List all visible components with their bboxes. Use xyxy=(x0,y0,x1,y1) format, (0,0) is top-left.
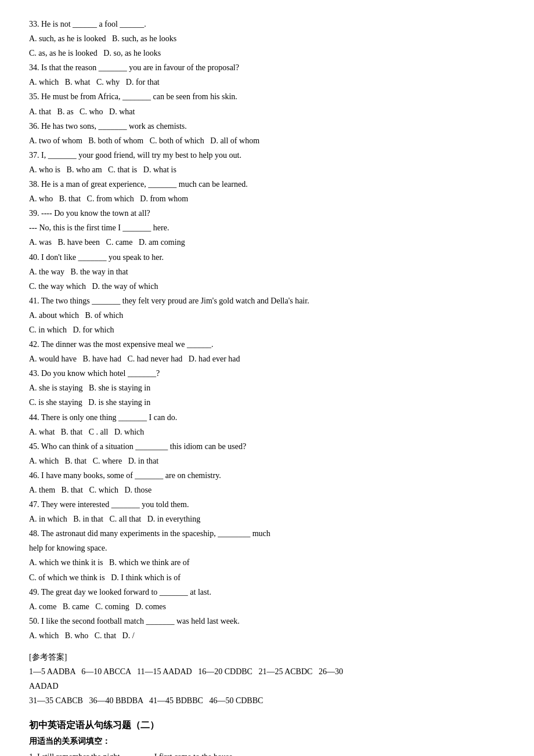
q36-options: A. two of whom B. both of whom C. both o… xyxy=(29,134,505,147)
question-34: 34. Is that the reason _______ you are i… xyxy=(29,61,505,74)
question-47: 47. They were interested _______ you tol… xyxy=(29,498,505,511)
q48-options-cd: C. of which we think is D. I think which… xyxy=(29,571,505,584)
section2-title-wrapper: 初中英语定语从句练习题（二） 用适当的关系词填空： xyxy=(29,718,505,748)
question-50: 50. I like the second football match ___… xyxy=(29,614,505,628)
q43-options-cd: C. is she staying D. is she staying in xyxy=(29,396,505,409)
answer-line-1: 1—5 AADBA 6—10 ABCCA 11—15 AADAD 16—20 C… xyxy=(29,665,505,678)
q47-options: A. in which B. in that C. all that D. in… xyxy=(29,512,505,526)
question-44: 44. There is only one thing _______ I ca… xyxy=(29,411,505,424)
q44-options: A. what B. that C . all D. which xyxy=(29,425,505,439)
question-43: 43. Do you know which hotel _______? xyxy=(29,367,505,380)
question-46: 46. I have many books, some of _______ a… xyxy=(29,469,505,482)
question-41: 41. The two things _______ they felt ver… xyxy=(29,294,505,308)
section2-subtitle: 用适当的关系词填空： xyxy=(29,735,505,748)
question-48-cont: help for knowing space. xyxy=(29,541,505,555)
q46-options: A. them B. that C. which D. those xyxy=(29,483,505,497)
question-48: 48. The astronaut did many experiments i… xyxy=(29,527,505,540)
question-37: 37. I, _______ your good friend, will tr… xyxy=(29,149,505,162)
q37-options: A. who is B. who am C. that is D. what i… xyxy=(29,163,505,176)
question-42: 42. The dinner was the most expensive me… xyxy=(29,338,505,351)
q49-options: A. come B. came C. coming D. comes xyxy=(29,600,505,613)
q40-options-ab: A. the way B. the way in that xyxy=(29,265,505,278)
q45-options: A. which B. that C. where D. in that xyxy=(29,454,505,468)
fill-q1: 1. I still remember the night ________I … xyxy=(29,750,505,756)
q41-options-ab: A. about which B. of which xyxy=(29,309,505,322)
question-35: 35. He must be from Africa, _______ can … xyxy=(29,90,505,103)
question-40: 40. I don't like _______ you speak to he… xyxy=(29,251,505,264)
q35-options: A. that B. as C. who D. what xyxy=(29,105,505,118)
question-49: 49. The great day we looked forward to _… xyxy=(29,585,505,599)
q33-options-ab: A. such, as he is looked B. such, as he … xyxy=(29,32,505,45)
q38-options: A. who B. that C. from which D. from who… xyxy=(29,192,505,205)
q34-options: A. which B. what C. why D. for that xyxy=(29,75,505,89)
answer-line-1-cont: AADAD xyxy=(29,679,505,693)
question-33: 33. He is not ______ a fool ______. xyxy=(29,17,505,31)
q39-options: A. was B. have been C. came D. am coming xyxy=(29,236,505,249)
question-39-stem: 39. ---- Do you know the town at all? xyxy=(29,207,505,220)
answer-line-2: 31—35 CABCB 36—40 BBDBA 41—45 BDBBC 46—5… xyxy=(29,694,505,707)
q48-options-ab: A. which we think it is B. which we thin… xyxy=(29,556,505,569)
section2-title: 初中英语定语从句练习题（二） xyxy=(29,718,505,733)
q41-options-cd: C. in which D. for which xyxy=(29,323,505,337)
question-36: 36. He has two sons, _______ work as che… xyxy=(29,120,505,133)
q33-options-cd: C. as, as he is looked D. so, as he look… xyxy=(29,46,505,60)
q42-options: A. would have B. have had C. had never h… xyxy=(29,352,505,366)
q43-options-ab: A. she is staying B. she is staying in xyxy=(29,381,505,395)
question-38: 38. He is a man of great experience, ___… xyxy=(29,178,505,191)
question-45: 45. Who can think of a situation _______… xyxy=(29,440,505,453)
main-content: 33. He is not ______ a fool ______. A. s… xyxy=(29,17,505,756)
answer-title: [参考答案] xyxy=(29,650,505,664)
q50-options: A. which B. who C. that D. / xyxy=(29,629,505,642)
question-39-sub: --- No, this is the first time I _______… xyxy=(29,221,505,234)
q40-options-cd: C. the way which D. the way of which xyxy=(29,280,505,293)
answer-section: [参考答案] 1—5 AADBA 6—10 ABCCA 11—15 AADAD … xyxy=(29,650,505,707)
